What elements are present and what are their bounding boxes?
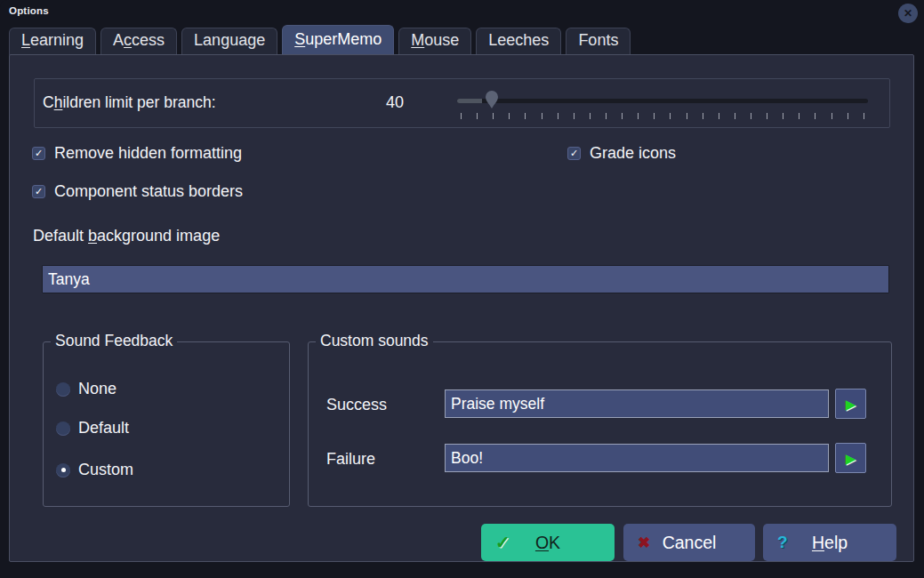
play-icon: ▶ (846, 397, 856, 411)
slider-tick (815, 113, 816, 119)
tab-mouse[interactable]: Mouse (398, 28, 471, 55)
checkbox-label[interactable]: Component status borders (54, 182, 243, 201)
slider-ticks (461, 113, 864, 119)
checkbox-box[interactable]: ✓ (32, 185, 45, 198)
help-label: Help (812, 533, 848, 553)
tab-access[interactable]: Access (100, 28, 177, 55)
close-icon: ✕ (904, 7, 912, 20)
success-sound-input[interactable] (445, 389, 829, 418)
ok-check-icon: ✓ (495, 532, 510, 553)
slider-tick (864, 113, 864, 119)
slider-thumb[interactable] (485, 90, 499, 113)
success-play-button[interactable]: ▶ (835, 389, 866, 419)
slider-tick (783, 113, 783, 119)
checkbox-grade-icons[interactable]: ✓ Grade icons (567, 144, 676, 163)
tab-fonts[interactable]: Fonts (566, 28, 631, 55)
cancel-label: Cancel (663, 533, 717, 553)
slider-tick (670, 113, 671, 119)
slider-tick (477, 113, 478, 119)
slider-tick (574, 113, 574, 119)
radio-circle[interactable] (56, 421, 70, 436)
cancel-cross-icon: ✖ (638, 534, 650, 552)
radio-label[interactable]: None (78, 380, 117, 398)
tab-supermemo[interactable]: SuperMemo (282, 25, 394, 55)
play-icon: ▶ (846, 452, 856, 465)
checkbox-box[interactable]: ✓ (567, 147, 581, 160)
cancel-button[interactable]: ✖ Cancel (623, 524, 755, 561)
background-image-input[interactable] (42, 265, 889, 293)
radio-circle[interactable] (56, 382, 70, 397)
tab-bar: Learning Access Language SuperMemo Mouse… (9, 26, 635, 55)
radio-default[interactable]: Default (56, 419, 129, 438)
children-limit-slider[interactable] (457, 79, 868, 127)
slider-tick (461, 113, 462, 119)
radio-custom[interactable]: Custom (56, 461, 133, 479)
radio-circle[interactable] (56, 463, 70, 478)
slider-tick (509, 113, 510, 119)
custom-sounds-title: Custom sounds (316, 332, 433, 350)
help-button[interactable]: ? Help (763, 524, 896, 561)
slider-tick (654, 113, 655, 119)
children-limit-group: Children limit per branch: 40 (34, 78, 890, 128)
failure-play-button[interactable]: ▶ (835, 443, 866, 473)
window-title: Options (9, 5, 49, 16)
slider-tick (751, 113, 751, 119)
failure-sound-input[interactable] (445, 444, 829, 472)
checkmark-icon: ✓ (35, 149, 43, 158)
slider-tick (638, 113, 639, 119)
checkbox-box[interactable]: ✓ (32, 147, 45, 160)
checkbox-component-status-borders[interactable]: ✓ Component status borders (32, 182, 243, 201)
slider-track[interactable] (457, 99, 868, 103)
slider-fill (457, 99, 482, 103)
slider-tick (493, 113, 494, 119)
slider-tick (590, 113, 591, 119)
checkmark-icon: ✓ (570, 149, 578, 158)
children-limit-label: Children limit per branch: (43, 93, 216, 112)
slider-tick (558, 113, 558, 119)
close-button[interactable]: ✕ (898, 4, 918, 23)
background-image-label: Default background image (33, 227, 220, 245)
slider-tick (542, 113, 542, 119)
radio-dot (61, 468, 66, 472)
slider-thumb-shape (485, 90, 499, 109)
tab-learning[interactable]: Learning (9, 28, 96, 55)
slider-tick (719, 113, 719, 119)
checkbox-remove-hidden-formatting[interactable]: ✓ Remove hidden formatting (32, 144, 242, 163)
tab-language[interactable]: Language (181, 28, 277, 55)
failure-label: Failure (326, 450, 375, 469)
slider-tick (622, 113, 623, 119)
ok-button[interactable]: ✓ OK (481, 524, 615, 561)
sound-feedback-title: Sound Feedback (51, 332, 177, 350)
ok-label: OK (535, 533, 560, 553)
children-limit-value: 40 (368, 93, 422, 112)
slider-tick (606, 113, 607, 119)
help-question-icon: ? (777, 533, 788, 552)
slider-tick (832, 113, 832, 119)
checkbox-label[interactable]: Remove hidden formatting (54, 144, 242, 163)
success-label: Success (326, 396, 387, 414)
slider-tick (767, 113, 767, 119)
radio-label[interactable]: Custom (78, 461, 133, 479)
sound-feedback-group: Sound Feedback None Default Custom (43, 341, 290, 507)
slider-tick (687, 113, 687, 119)
slider-tick (799, 113, 799, 119)
title-bar: Options ✕ (0, 0, 924, 25)
tab-leeches[interactable]: Leeches (476, 28, 561, 55)
slider-tick (735, 113, 735, 119)
checkbox-label[interactable]: Grade icons (590, 144, 676, 163)
radio-none[interactable]: None (56, 380, 117, 398)
custom-sounds-group: Custom sounds Success ▶ Failure ▶ (308, 341, 892, 507)
slider-tick (703, 113, 703, 119)
slider-tick (848, 113, 848, 119)
radio-label[interactable]: Default (78, 419, 129, 438)
supermemo-tab-panel: Children limit per branch: 40 ✓ Remove h… (9, 54, 914, 562)
checkmark-icon: ✓ (35, 187, 43, 197)
slider-tick (525, 113, 526, 119)
